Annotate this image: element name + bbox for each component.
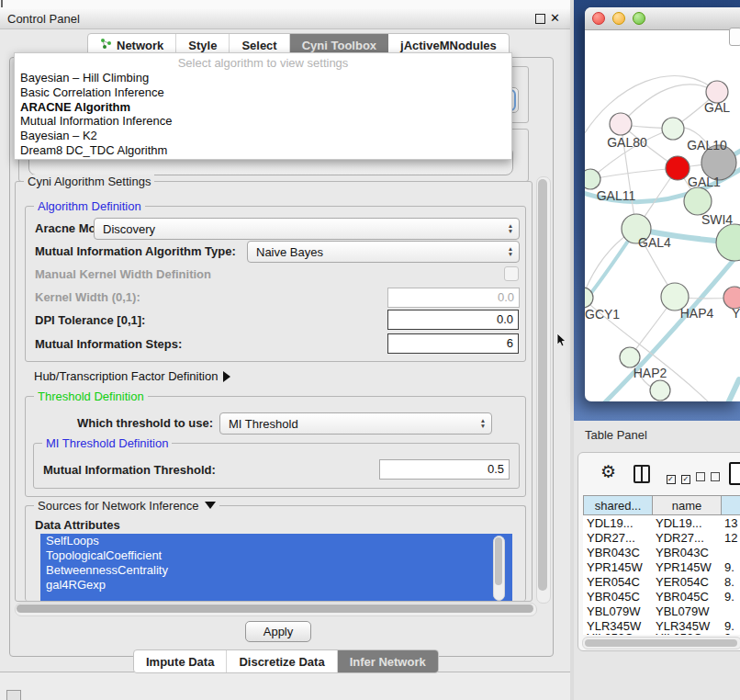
- settings-horizontal-scrollbar-thumb[interactable]: [17, 604, 533, 613]
- cell: YBR043C: [656, 546, 720, 560]
- table-panel-title: Table Panel: [585, 428, 647, 442]
- kernel-width-label: Kernel Width (0,1):: [35, 290, 140, 304]
- apply-button[interactable]: Apply: [245, 621, 311, 642]
- tab-infer-network[interactable]: Infer Network: [338, 650, 438, 672]
- node-hap2[interactable]: [620, 347, 640, 367]
- dpi-tolerance-label: DPI Tolerance [0,1]:: [35, 313, 145, 327]
- bottom-left-partial-icon[interactable]: [6, 690, 21, 700]
- node-gal10[interactable]: [662, 118, 684, 140]
- network-toolbar-button[interactable]: [729, 28, 740, 46]
- label-gal11: GAL11: [597, 188, 636, 203]
- column-header-name[interactable]: name: [652, 495, 722, 515]
- expand-right-icon: [223, 371, 230, 382]
- tab-jactivemnodules-label: jActiveMNodules: [400, 39, 497, 52]
- sources-title-text: Sources for Network Inference: [38, 499, 199, 513]
- node-swi4[interactable]: [684, 187, 712, 215]
- list-item-selfloops[interactable]: SelfLoops: [40, 534, 512, 548]
- algorithm-definition-title: Algorithm Definition: [34, 199, 145, 213]
- top-edge-tick: [1, 0, 3, 7]
- which-threshold-label: Which threshold to use:: [77, 416, 213, 430]
- tab-style-label: Style: [188, 39, 217, 52]
- mi-steps-label: Mutual Information Steps:: [35, 337, 182, 351]
- deselect-all-checkboxes-icon[interactable]: [696, 469, 720, 485]
- node-gal11[interactable]: [585, 169, 600, 189]
- float-window-icon[interactable]: [535, 14, 545, 24]
- column-header-shared-name[interactable]: shared...: [583, 495, 653, 515]
- node-table: shared... name YDL19... YDL19... 13 YDR2…: [583, 495, 740, 635]
- new-table-icon[interactable]: [729, 462, 740, 485]
- list-item-betweennesscentrality[interactable]: BetweennessCentrality: [40, 563, 512, 578]
- mi-type-combobox[interactable]: Naive Bayes ▲▼: [247, 241, 520, 263]
- node-gal1[interactable]: [666, 156, 690, 180]
- node-bottom[interactable]: [650, 380, 670, 401]
- close-traffic-light[interactable]: [592, 12, 605, 25]
- column-header-cut[interactable]: [721, 495, 740, 515]
- label-swi4: SWI4: [701, 212, 733, 227]
- mi-type-label: Mutual Information Algorithm Type:: [35, 244, 236, 258]
- tab-discretize-data[interactable]: Discretize Data: [227, 650, 337, 672]
- list-scrollbar-thumb[interactable]: [495, 537, 502, 585]
- network-canvas[interactable]: GAL GAL80 GAL10 GAL1 GAL11 SWI4 GAL4 GCY…: [585, 30, 740, 401]
- gear-icon[interactable]: ⚙: [600, 461, 616, 482]
- hub-definition-toggle[interactable]: Hub/Transcription Factor Definition: [34, 369, 230, 383]
- threshold-definition-group: Threshold Definition Which threshold to …: [25, 396, 526, 497]
- close-icon[interactable]: ✕: [550, 11, 560, 25]
- mi-threshold-definition-title: MI Threshold Definition: [42, 436, 172, 450]
- dpi-tolerance-field[interactable]: 0.0: [387, 310, 519, 330]
- cell: [724, 604, 740, 619]
- algorithm-option-dream8[interactable]: Dream8 DC_TDC Algorithm: [15, 143, 511, 158]
- list-scrollbar[interactable]: [493, 536, 505, 601]
- network-window-titlebar: [585, 7, 740, 30]
- which-threshold-combobox[interactable]: MI Threshold ▲▼: [219, 412, 492, 435]
- manual-kernel-checkbox[interactable]: [504, 266, 519, 281]
- control-panel-window: Control Panel ✕ Network Style Select Cyn…: [0, 9, 571, 672]
- table-panel: ⚙ ✓ ✓ shared... name YDL19... YDL19...: [577, 452, 740, 651]
- algorithm-option-mutual-information[interactable]: Mutual Information Inference: [15, 114, 511, 129]
- cell: YDL19...: [587, 516, 651, 531]
- mi-type-value: Naive Bayes: [248, 245, 502, 259]
- tab-network-label: Network: [117, 39, 163, 52]
- popup-prompt: Select algorithm to view settings: [15, 53, 511, 71]
- settings-vertical-scrollbar-thumb[interactable]: [538, 179, 547, 591]
- table-horizontal-scrollbar-thumb[interactable]: [585, 639, 737, 647]
- data-attributes-list[interactable]: SelfLoops TopologicalCoefficient Between…: [40, 534, 512, 601]
- algorithm-dropdown-popup: Select algorithm to view settings Bayesi…: [14, 52, 512, 160]
- tab-impute-data[interactable]: Impute Data: [134, 650, 227, 672]
- zoom-traffic-light[interactable]: [633, 12, 645, 25]
- algorithm-option-bayesian-hill-climbing[interactable]: Bayesian – Hill Climbing: [15, 71, 511, 85]
- cell: YBR045C: [656, 590, 720, 604]
- settings-vertical-scrollbar[interactable]: [536, 176, 551, 604]
- cell: YBR043C: [587, 546, 651, 560]
- cell: YPR145W: [587, 560, 651, 575]
- select-all-checkboxes-icon[interactable]: ✓ ✓: [667, 469, 690, 485]
- mi-threshold-field[interactable]: 0.5: [379, 459, 510, 480]
- hub-definition-label: Hub/Transcription Factor Definition: [34, 369, 218, 383]
- kernel-width-field[interactable]: 0.0: [387, 288, 520, 308]
- label-hap4: HAP4: [680, 306, 714, 321]
- node-gal80[interactable]: [610, 113, 632, 135]
- mi-threshold-definition-group: MI Threshold Definition Mutual Informati…: [33, 443, 520, 489]
- list-item-gal4rgexp[interactable]: gal4RGexp: [40, 578, 512, 593]
- cell: YBL079W: [656, 604, 720, 619]
- cell: 9.: [724, 590, 740, 604]
- algorithm-option-basic-correlation[interactable]: Basic Correlation Inference: [15, 85, 511, 100]
- table-horizontal-scrollbar[interactable]: [582, 637, 740, 649]
- list-item-topologicalcoefficient[interactable]: TopologicalCoefficient: [40, 548, 512, 563]
- algorithm-option-bayesian-k2[interactable]: Bayesian – K2: [15, 129, 511, 143]
- mi-steps-field[interactable]: 6: [387, 333, 519, 354]
- network-icon: [100, 38, 112, 52]
- node-green-right[interactable]: [716, 224, 740, 261]
- cell: YIL052C: [656, 631, 720, 635]
- minimize-traffic-light[interactable]: [612, 12, 625, 25]
- settings-horizontal-scrollbar[interactable]: [15, 603, 537, 616]
- cell: YDL19...: [656, 516, 720, 531]
- tab-discretize-data-label: Discretize Data: [239, 655, 324, 669]
- label-gcy1: GCY1: [585, 307, 620, 322]
- cell: 12: [724, 531, 740, 546]
- columns-icon[interactable]: [633, 465, 650, 483]
- tab-cyni-toolbox-label: Cyni Toolbox: [302, 39, 376, 52]
- combo-stepper-icon: ▲▼: [502, 246, 519, 257]
- table-panel-section: Table Panel ⚙ ✓ ✓ shared... name: [574, 421, 740, 700]
- algorithm-option-aracne[interactable]: ARACNE Algorithm: [15, 100, 511, 115]
- aracne-mode-combobox[interactable]: Discovery ▲▼: [94, 218, 520, 240]
